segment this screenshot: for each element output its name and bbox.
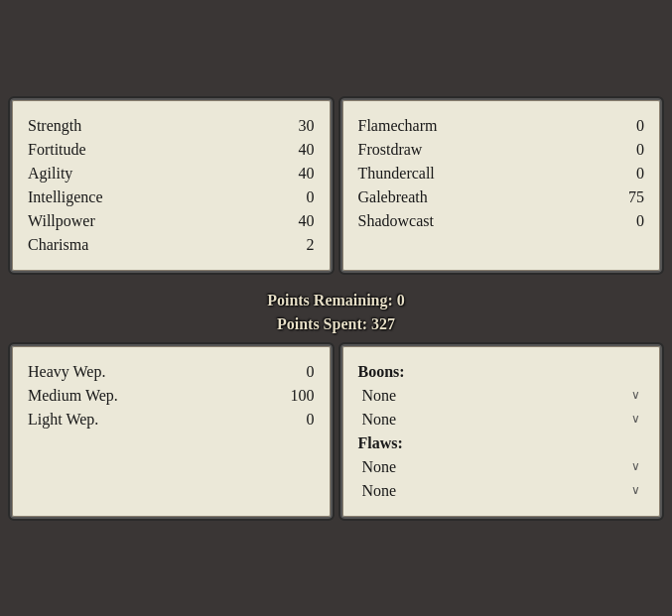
flaw-row-2[interactable]: None ∨ (358, 479, 645, 503)
value-intelligence: 0 (275, 188, 315, 206)
flaw-value-1: None (362, 458, 397, 476)
weapons-panel: Heavy Wep. 0 Medium Wep. 100 Light Wep. … (10, 344, 333, 519)
boon-value-2: None (362, 411, 397, 429)
stat-row-medium-wep: Medium Wep. 100 (28, 384, 315, 408)
stat-row-thundercall: Thundercall 0 (358, 162, 645, 185)
value-shadowcast: 0 (605, 212, 644, 230)
value-light-wep: 0 (275, 411, 315, 429)
value-thundercall: 0 (605, 165, 644, 183)
label-medium-wep: Medium Wep. (28, 387, 118, 405)
stat-row-light-wep: Light Wep. 0 (28, 408, 315, 431)
attributes-panel: Strength 30 Fortitude 40 Agility 40 Inte… (10, 98, 333, 273)
boon-row-2[interactable]: None ∨ (358, 408, 645, 431)
stat-row-willpower: Willpower 40 (28, 209, 315, 233)
boon-value-1: None (362, 387, 397, 405)
label-heavy-wep: Heavy Wep. (28, 363, 105, 381)
main-grid: Strength 30 Fortitude 40 Agility 40 Inte… (10, 98, 662, 519)
label-agility: Agility (28, 165, 72, 183)
bottom-row: Heavy Wep. 0 Medium Wep. 100 Light Wep. … (10, 344, 662, 519)
value-frostdraw: 0 (605, 141, 644, 159)
points-bar: Points Remaining: 0 Points Spent: 327 (10, 281, 662, 344)
chevron-boon-2-icon: ∨ (631, 412, 640, 427)
stat-row-heavy-wep: Heavy Wep. 0 (28, 360, 315, 384)
value-flamecharm: 0 (605, 117, 644, 135)
chevron-flaw-1-icon: ∨ (631, 459, 640, 474)
label-intelligence: Intelligence (28, 188, 103, 206)
label-fortitude: Fortitude (28, 141, 86, 159)
value-fortitude: 40 (275, 141, 315, 159)
label-charisma: Charisma (28, 236, 88, 254)
label-frostdraw: Frostdraw (358, 141, 423, 159)
chevron-boon-1-icon: ∨ (631, 388, 640, 403)
stat-row-strength: Strength 30 (28, 114, 315, 138)
label-light-wep: Light Wep. (28, 411, 98, 429)
value-willpower: 40 (275, 212, 315, 230)
boon-row-1[interactable]: None ∨ (358, 384, 645, 408)
label-strength: Strength (28, 117, 81, 135)
boons-label: Boons: (358, 360, 645, 384)
value-strength: 30 (275, 117, 315, 135)
points-spent: Points Spent: 327 (10, 312, 662, 336)
stat-row-charisma: Charisma 2 (28, 233, 315, 257)
stat-row-flamecharm: Flamecharm 0 (358, 114, 645, 138)
stat-row-frostdraw: Frostdraw 0 (358, 138, 645, 162)
label-thundercall: Thundercall (358, 165, 435, 183)
stat-row-fortitude: Fortitude 40 (28, 138, 315, 162)
value-galebreath: 75 (605, 188, 644, 206)
label-willpower: Willpower (28, 212, 95, 230)
stat-row-agility: Agility 40 (28, 162, 315, 185)
value-charisma: 2 (275, 236, 315, 254)
stat-row-galebreath: Galebreath 75 (358, 185, 645, 209)
points-remaining: Points Remaining: 0 (10, 289, 662, 312)
top-row: Strength 30 Fortitude 40 Agility 40 Inte… (10, 98, 662, 273)
chevron-flaw-2-icon: ∨ (631, 483, 640, 498)
label-flamecharm: Flamecharm (358, 117, 438, 135)
stat-row-intelligence: Intelligence 0 (28, 185, 315, 209)
magic-panel: Flamecharm 0 Frostdraw 0 Thundercall 0 G… (340, 98, 663, 273)
label-galebreath: Galebreath (358, 188, 428, 206)
flaw-row-1[interactable]: None ∨ (358, 455, 645, 479)
flaws-label: Flaws: (358, 431, 645, 455)
label-shadowcast: Shadowcast (358, 212, 434, 230)
value-agility: 40 (275, 165, 315, 183)
value-heavy-wep: 0 (275, 363, 315, 381)
flaw-value-2: None (362, 482, 397, 500)
stat-row-shadowcast: Shadowcast 0 (358, 209, 645, 233)
value-medium-wep: 100 (275, 387, 315, 405)
boons-flaws-panel: Boons: None ∨ None ∨ Flaws: None ∨ None … (340, 344, 663, 519)
